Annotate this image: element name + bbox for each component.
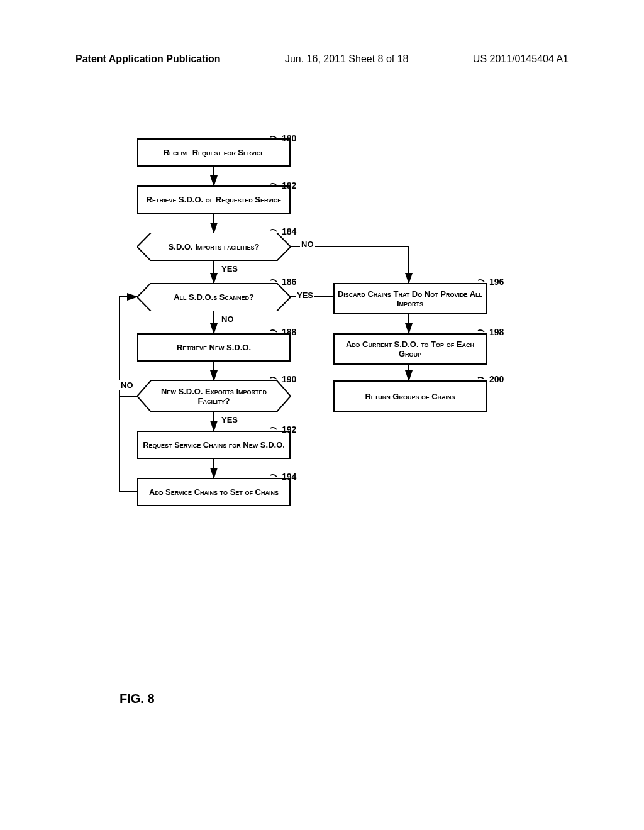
ref-192: 192 xyxy=(282,424,296,434)
ref-184: 184 xyxy=(282,226,296,236)
box-text: Retrieve New S.D.O. xyxy=(177,343,251,352)
label-no-184: NO xyxy=(300,240,315,249)
box-text: Add Current S.D.O. to Top of Each Group xyxy=(337,340,483,358)
ref-194: 194 xyxy=(282,472,296,482)
flowchart-diagram: Receive Request for Service 180 Retrieve… xyxy=(113,132,553,622)
ref-180: 180 xyxy=(282,133,296,143)
decision-text: All S.D.O.s Scanned? xyxy=(156,292,272,302)
decision-imports-facilities: S.D.O. Imports facilities? xyxy=(137,233,291,261)
header-right: US 2011/0145404 A1 xyxy=(473,53,569,65)
label-yes-184: YES xyxy=(220,264,239,274)
label-yes-190: YES xyxy=(220,415,239,424)
ref-200: 200 xyxy=(489,374,504,384)
ref-196: 196 xyxy=(489,277,504,287)
box-return-groups: Return Groups of Chains xyxy=(333,380,487,412)
box-text: Request Service Chains for New S.D.O. xyxy=(143,440,285,450)
box-text: Add Service Chains to Set of Chains xyxy=(149,487,279,497)
ref-198: 198 xyxy=(489,327,504,337)
decision-new-sdo-exports: New S.D.O. Exports Imported Facility? xyxy=(137,380,291,412)
header-left: Patent Application Publication xyxy=(75,53,221,65)
box-request-service-chains: Request Service Chains for New S.D.O. xyxy=(137,431,291,459)
decision-all-scanned: All S.D.O.s Scanned? xyxy=(137,283,291,311)
ref-188: 188 xyxy=(282,327,296,337)
box-retrieve-sdo: Retrieve S.D.O. of Requested Service xyxy=(137,185,291,214)
box-add-service-chains: Add Service Chains to Set of Chains xyxy=(137,478,291,506)
box-add-current-sdo: Add Current S.D.O. to Top of Each Group xyxy=(333,333,487,365)
header-center: Jun. 16, 2011 Sheet 8 of 18 xyxy=(285,53,409,65)
label-no-186: NO xyxy=(220,314,235,324)
header: Patent Application Publication Jun. 16, … xyxy=(0,53,644,65)
figure-label: FIG. 8 xyxy=(119,692,155,706)
decision-text: S.D.O. Imports facilities? xyxy=(151,242,277,252)
ref-186: 186 xyxy=(282,277,296,287)
ref-182: 182 xyxy=(282,180,296,191)
box-discard-chains: Discard Chains That Do Not Provide All I… xyxy=(333,283,487,314)
label-yes-186: YES xyxy=(296,290,314,300)
label-no-190: NO xyxy=(119,380,135,390)
ref-190: 190 xyxy=(282,374,296,384)
decision-text: New S.D.O. Exports Imported Facility? xyxy=(137,387,291,406)
box-text: Receive Request for Service xyxy=(164,148,265,157)
box-text: Discard Chains That Do Not Provide All I… xyxy=(337,289,483,308)
box-text: Retrieve S.D.O. of Requested Service xyxy=(147,195,282,204)
box-text: Return Groups of Chains xyxy=(365,392,455,401)
box-retrieve-new-sdo: Retrieve New S.D.O. xyxy=(137,333,291,362)
box-receive-request: Receive Request for Service xyxy=(137,138,291,167)
